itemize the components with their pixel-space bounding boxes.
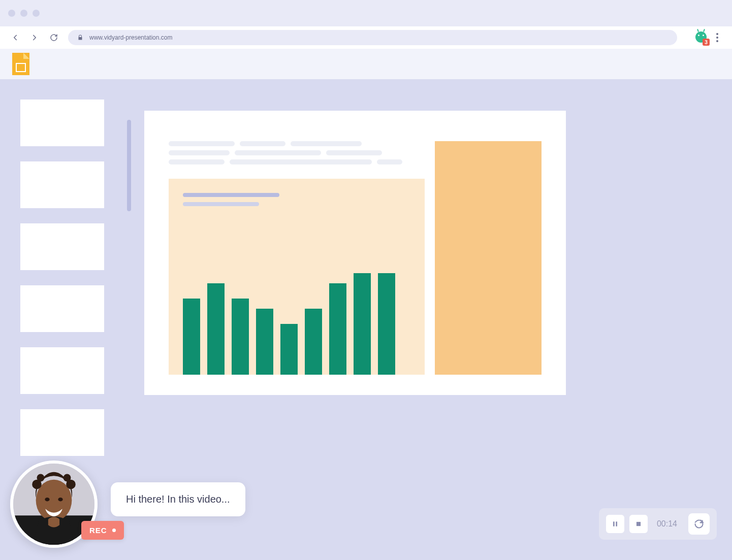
text-placeholder [240, 141, 285, 146]
slide-thumbnail[interactable] [20, 223, 104, 270]
vidyard-extension-icon[interactable]: 3 [695, 31, 708, 44]
google-slides-icon[interactable] [12, 53, 29, 75]
restart-button[interactable] [688, 513, 710, 535]
text-placeholder [326, 150, 382, 155]
chart-bar [183, 299, 200, 375]
traffic-light-close[interactable] [8, 10, 15, 17]
slide-thumbnail[interactable] [20, 161, 104, 208]
browser-toolbar: www.vidyard-presentation.com 3 [0, 26, 732, 49]
slide-content-left [169, 141, 425, 375]
extension-badge: 3 [703, 39, 710, 46]
window-titlebar [0, 0, 732, 26]
recording-indicator: REC [81, 521, 124, 540]
forward-button[interactable] [29, 32, 40, 43]
slide-thumbnail[interactable] [20, 409, 104, 456]
chart-bar [232, 299, 249, 375]
chart-bar [329, 283, 346, 375]
chart-bar [207, 283, 225, 375]
scrollbar-handle[interactable] [127, 120, 131, 211]
svg-point-8 [58, 498, 62, 501]
reload-button[interactable] [49, 32, 59, 43]
chart-bar [256, 309, 273, 375]
url-text: www.vidyard-presentation.com [89, 34, 172, 41]
browser-menu-button[interactable] [713, 33, 722, 42]
filmstrip-scrollbar[interactable] [127, 120, 131, 323]
slide-thumbnail[interactable] [20, 100, 104, 146]
svg-rect-11 [636, 522, 641, 526]
chart-bar [280, 324, 298, 375]
text-placeholder [230, 159, 372, 164]
text-placeholder [291, 141, 362, 146]
chart-bar [305, 309, 322, 375]
slide-canvas[interactable] [144, 111, 566, 395]
rec-label: REC [89, 526, 107, 535]
back-button[interactable] [10, 32, 20, 43]
text-placeholder [169, 150, 230, 155]
traffic-light-minimize[interactable] [20, 10, 27, 17]
svg-point-5 [37, 474, 45, 481]
rec-dot-icon [112, 529, 116, 532]
recording-time: 00:14 [653, 519, 681, 529]
app-header [0, 49, 732, 79]
svg-point-7 [45, 498, 49, 501]
pause-button[interactable] [606, 515, 624, 533]
slide-thumbnail[interactable] [20, 347, 104, 394]
address-bar[interactable]: www.vidyard-presentation.com [68, 30, 677, 45]
slide-sidebar-block [435, 141, 542, 375]
svg-rect-9 [613, 521, 615, 526]
stop-button[interactable] [629, 515, 648, 533]
workspace [0, 79, 732, 560]
recording-controls: 00:14 [599, 508, 717, 540]
caption-text: Hi there! In this video... [126, 493, 230, 505]
bar-chart [183, 226, 410, 375]
traffic-light-zoom[interactable] [33, 10, 40, 17]
lock-icon [77, 35, 83, 41]
text-placeholder [169, 159, 225, 164]
chart-panel [169, 179, 425, 375]
slide-thumbnail[interactable] [20, 285, 104, 332]
chart-bar [354, 273, 371, 375]
text-placeholder [169, 141, 235, 146]
chart-bar [378, 273, 395, 375]
text-placeholder [235, 150, 321, 155]
live-caption: Hi there! In this video... [111, 482, 245, 516]
text-placeholder [377, 159, 402, 164]
text-placeholder-block [169, 141, 425, 164]
svg-point-6 [63, 474, 71, 481]
svg-rect-10 [616, 521, 617, 526]
chart-title-placeholders [183, 193, 410, 206]
